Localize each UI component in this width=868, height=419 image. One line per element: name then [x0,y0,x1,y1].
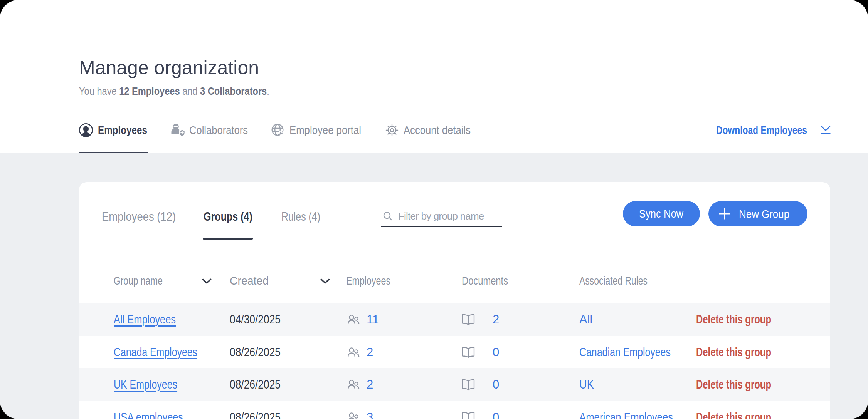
top-navbar [0,0,868,54]
sync-now-button-label: Sync Now [639,207,683,220]
group-filter-input[interactable] [398,210,499,222]
associated-rules-link[interactable]: UK [579,378,594,392]
nav-tab-account-details-label: Account details [404,124,471,137]
page-title: Manage organization [79,57,259,79]
rules-cell: All [579,303,592,336]
download-icon [820,125,831,135]
book-icon [461,347,475,358]
subtitle-period: . [267,85,269,97]
people-icon [347,412,360,419]
rules-cell: American Employees [579,401,692,419]
employees-count-value[interactable]: 2 [367,345,373,359]
action-cell: Delete this group [696,401,794,419]
employees-count: 12 Employees [119,85,180,97]
associated-rules-link[interactable]: Canadian Employees [579,345,671,359]
column-header-created-label: Created [230,274,269,287]
nav-tab-collaborators[interactable]: Collaborators [170,120,258,140]
column-header-rules-label: Associated Rules [579,274,648,287]
action-cell: Delete this group [696,303,794,336]
card-tab-rules-label: Rules (4) [281,210,320,224]
sort-group-name-icon[interactable] [202,278,212,284]
documents-count-value[interactable]: 2 [493,313,499,327]
created-date: 08/26/2025 [230,378,281,392]
group-name-link[interactable]: USA employees [114,411,183,419]
nav-tab-collaborators-label: Collaborators [189,124,248,137]
created-date: 08/26/2025 [230,411,281,419]
nav-tab-employees[interactable]: Employees [79,120,159,140]
nav-tab-employee-portal-label: Employee portal [289,124,361,137]
nav-tab-employee-portal[interactable]: Employee portal [271,120,373,140]
people-icon [347,314,360,325]
documents-count-value[interactable]: 0 [493,378,499,392]
column-header-employees: Employees [346,273,403,288]
table-row: All Employees 04/30/2025 11 [79,303,830,336]
download-employees-link[interactable]: Download Employees [716,120,832,140]
column-header-rules: Associated Rules [579,273,669,288]
subtitle-prefix: You have [79,85,119,97]
plus-icon [718,207,731,220]
delete-group-link[interactable]: Delete this group [696,378,771,392]
new-group-button-label: New Group [739,208,789,221]
column-header-documents: Documents [462,273,520,288]
created-cell: 08/26/2025 [230,401,289,419]
action-cell: Delete this group [696,336,794,369]
delete-group-link[interactable]: Delete this group [696,411,771,419]
group-name-cell: USA employees [114,401,199,419]
table-row: UK Employees 08/26/2025 2 [79,368,830,401]
created-cell: 08/26/2025 [230,368,289,401]
column-header-created: Created [230,273,271,288]
card-tab-employees[interactable]: Employees (12) [102,205,185,228]
employees-cell: 2 [347,336,373,369]
download-employees-label: Download Employees [716,124,807,137]
book-icon [461,379,475,391]
documents-count-value[interactable]: 0 [493,411,499,419]
column-header-documents-label: Documents [462,274,508,287]
collaborators-count: 3 Collaborators [200,85,267,97]
content-section: Employees (12) Groups (4) Rules (4) Sy [0,153,868,419]
column-header-employees-label: Employees [346,274,390,287]
created-date: 04/30/2025 [230,313,281,327]
new-group-button[interactable]: New Group [708,201,807,226]
group-name-cell: UK Employees [114,368,193,401]
group-name-link[interactable]: Canada Employees [114,345,197,359]
table-row: USA employees 08/26/2025 3 [79,401,830,419]
associated-rules-link[interactable]: All [579,313,592,327]
table-row: Canada Employees 08/26/2025 [79,336,830,369]
group-name-link[interactable]: UK Employees [114,378,177,392]
sync-now-button[interactable]: Sync Now [623,201,700,226]
book-icon [461,412,475,419]
rules-cell: UK [579,368,596,401]
delete-group-link[interactable]: Delete this group [696,313,771,327]
card-tab-groups[interactable]: Groups (4) [204,205,264,228]
person-shield-icon [170,122,185,138]
employees-count-value[interactable]: 3 [367,411,373,419]
active-card-tab-underline [203,238,253,240]
associated-rules-link[interactable]: American Employees [579,411,673,419]
book-icon [461,314,475,325]
documents-count-value[interactable]: 0 [493,345,499,359]
employees-cell: 2 [347,368,373,401]
column-header-group-name: Group name [114,273,178,288]
group-filter-search [381,206,502,227]
employees-count-value[interactable]: 2 [367,378,373,392]
group-name-cell: Canada Employees [114,336,218,369]
card-tab-employees-label: Employees (12) [102,210,176,224]
subtitle-and: and [180,85,200,97]
person-circle-icon [79,123,93,137]
sort-created-icon[interactable] [320,278,330,284]
column-header-group-name-label: Group name [114,274,163,287]
search-icon [383,211,393,221]
group-name-link[interactable]: All Employees [114,313,176,327]
documents-cell: 0 [461,336,499,369]
people-icon [347,347,360,358]
delete-group-link[interactable]: Delete this group [696,345,771,359]
manage-organization-page: Manage organization You have 12 Employee… [0,0,868,419]
page-subtitle: You have 12 Employees and 3 Collaborator… [79,85,269,97]
nav-tab-employees-label: Employees [98,124,147,137]
nav-tab-account-details[interactable]: Account details [385,120,482,140]
globe-cursor-icon [271,123,285,137]
employees-count-value[interactable]: 11 [367,313,379,327]
documents-cell: 0 [461,401,499,419]
card-tab-rules[interactable]: Rules (4) [281,205,330,228]
card-tab-groups-label: Groups (4) [204,210,252,224]
